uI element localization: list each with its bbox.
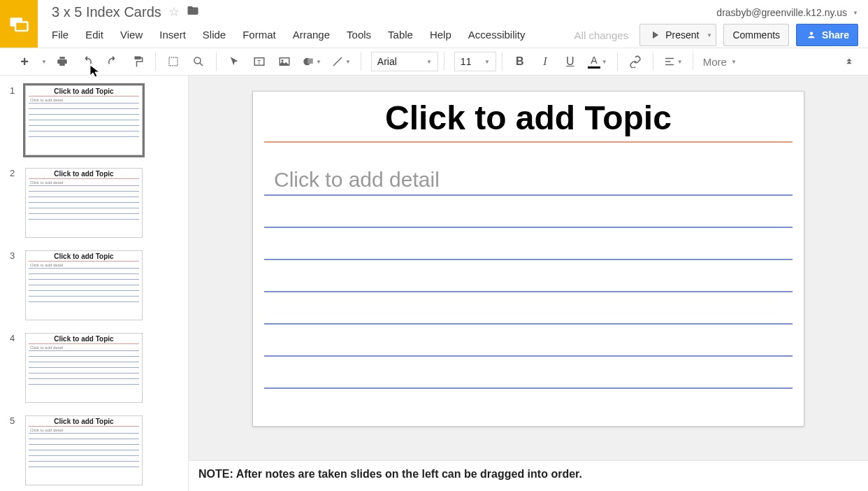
toolbar: + ▼ T ▼ ▼ Arial ▼ 11 ▼ B I U A ▼ ▼ More …	[0, 48, 868, 76]
redo-button[interactable]	[101, 51, 124, 72]
comments-button[interactable]: Comments	[723, 24, 789, 46]
slide-canvas[interactable]: Click to add Topic Click to add detail	[252, 91, 804, 427]
thumb-title: Click to add Topic	[26, 251, 142, 261]
slide-number: 5	[10, 415, 15, 426]
line-tool[interactable]: ▼	[327, 51, 355, 72]
new-slide-dropdown[interactable]: ▼	[38, 51, 49, 72]
share-icon	[805, 29, 818, 41]
insert-link-button[interactable]	[623, 51, 647, 72]
thumb-title: Click to add Topic	[26, 169, 142, 178]
thumb-title: Click to add Topic	[26, 334, 142, 343]
font-size-value: 11	[461, 56, 472, 67]
svg-line-11	[333, 57, 342, 66]
chevron-down-icon: ▼	[731, 59, 737, 65]
slide-panel: 1 Click to add Topic Click to add detail…	[0, 76, 189, 491]
menu-tools[interactable]: Tools	[347, 29, 371, 41]
user-menu-dropdown-icon[interactable]: ▼	[853, 10, 858, 16]
thumb-title: Click to add Topic	[26, 416, 142, 426]
svg-rect-1	[15, 22, 28, 31]
slide-number: 1	[10, 85, 15, 96]
menu-format[interactable]: Format	[243, 29, 276, 41]
print-button[interactable]	[50, 51, 74, 72]
share-label: Share	[822, 29, 849, 41]
thumb-detail: Click to add detail	[26, 180, 142, 185]
present-dropdown[interactable]: ▼	[701, 24, 716, 46]
chevron-down-icon: ▼	[484, 59, 490, 65]
slide-thumbnail-5[interactable]: Click to add Topic Click to add detail	[25, 415, 143, 485]
chevron-down-icon: ▼	[316, 59, 321, 65]
svg-point-8	[282, 59, 284, 62]
svg-line-4	[200, 63, 203, 66]
thumb-detail: Click to add detail	[26, 346, 142, 350]
menu-arrange[interactable]: Arrange	[293, 29, 330, 41]
image-tool[interactable]	[273, 51, 296, 72]
present-label: Present	[665, 29, 699, 41]
new-slide-button[interactable]: +	[13, 51, 36, 72]
font-size-select[interactable]: 11 ▼	[454, 52, 496, 71]
user-email[interactable]: drasbyb@greenville.k12.ny.us	[716, 7, 847, 18]
svg-text:T: T	[257, 59, 261, 66]
thumb-detail: Click to add detail	[26, 263, 142, 268]
more-button[interactable]: More ▼	[703, 56, 737, 68]
italic-button[interactable]: I	[533, 51, 557, 72]
menu-insert[interactable]: Insert	[159, 29, 186, 41]
underline-button[interactable]: U	[558, 51, 582, 72]
chevron-down-icon: ▼	[707, 32, 712, 38]
collapse-toolbar-button[interactable]	[843, 54, 855, 69]
slide-number: 2	[10, 168, 15, 178]
thumb-detail: Click to add detail	[26, 428, 142, 433]
speaker-notes[interactable]: NOTE: After notes are taken slides on th…	[189, 460, 868, 491]
text-color-button[interactable]: A ▼	[584, 51, 612, 72]
chevron-down-icon: ▼	[345, 59, 351, 65]
app-logo[interactable]	[0, 0, 38, 48]
slide-thumbnail-1[interactable]: Click to add Topic Click to add detail	[25, 85, 143, 155]
slide-thumbnail-4[interactable]: Click to add Topic Click to add detail	[25, 333, 143, 403]
menu-slide[interactable]: Slide	[203, 29, 226, 41]
svg-point-3	[194, 57, 201, 64]
save-status: All changes	[574, 29, 629, 41]
menu-view[interactable]: View	[120, 29, 143, 41]
slide-thumbnail-3[interactable]: Click to add Topic Click to add detail	[25, 250, 143, 320]
share-button[interactable]: Share	[796, 24, 858, 46]
play-icon	[649, 29, 661, 41]
slide-number: 3	[10, 250, 15, 261]
undo-button[interactable]	[75, 51, 99, 72]
bold-button[interactable]: B	[508, 51, 532, 72]
shape-tool[interactable]: ▼	[298, 51, 326, 72]
chevron-down-icon: ▼	[41, 59, 47, 65]
slide-thumbnail-2[interactable]: Click to add Topic Click to add detail	[25, 168, 143, 238]
paint-format-button[interactable]	[126, 51, 150, 72]
thumb-title: Click to add Topic	[26, 86, 142, 96]
svg-rect-2	[169, 57, 178, 66]
more-label: More	[703, 56, 727, 68]
zoom-button[interactable]	[187, 51, 210, 72]
detail-placeholder[interactable]: Click to add detail	[253, 168, 804, 194]
present-button[interactable]: Present	[639, 24, 708, 46]
doc-title[interactable]: 3 x 5 Index Cards	[52, 4, 161, 20]
comments-label: Comments	[732, 29, 780, 41]
chevron-down-icon: ▼	[602, 59, 607, 65]
title-placeholder[interactable]: Click to add Topic	[253, 92, 804, 141]
thumb-detail: Click to add detail	[26, 98, 142, 103]
textbox-tool[interactable]: T	[247, 51, 271, 72]
slide-number: 4	[10, 333, 15, 343]
chevron-down-icon: ▼	[426, 59, 432, 65]
menu-table[interactable]: Table	[388, 29, 413, 41]
star-icon[interactable]: ☆	[168, 4, 180, 20]
font-value: Arial	[377, 56, 397, 67]
chevron-down-icon: ▼	[677, 59, 683, 65]
font-select[interactable]: Arial ▼	[371, 52, 438, 71]
align-button[interactable]: ▼	[659, 51, 687, 72]
svg-rect-10	[308, 59, 313, 64]
menu-help[interactable]: Help	[430, 29, 451, 41]
menu-accessibility[interactable]: Accessibility	[468, 29, 526, 41]
menu-edit[interactable]: Edit	[85, 29, 103, 41]
fit-button[interactable]	[161, 51, 185, 72]
select-tool[interactable]	[222, 51, 246, 72]
folder-icon[interactable]	[187, 4, 199, 20]
menu-file[interactable]: File	[52, 29, 68, 41]
